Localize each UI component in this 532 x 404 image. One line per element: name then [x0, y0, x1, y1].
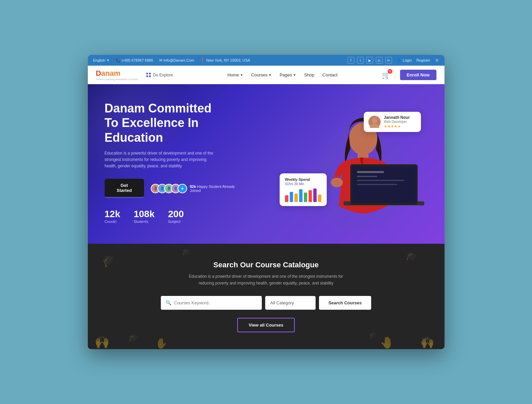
- weekly-spend-card: Weekly Spend 41hrs 36 Min: [280, 173, 327, 206]
- chart-bar: [309, 190, 312, 202]
- search-description: Education is a powerful driver of develo…: [182, 273, 350, 286]
- phone-icon: 📞: [116, 58, 120, 63]
- language-chevron-icon: ▼: [107, 59, 110, 62]
- home-chevron-icon: ▼: [240, 73, 243, 77]
- close-button[interactable]: ✕: [435, 58, 439, 63]
- weekly-time: 41hrs 36 Min: [285, 182, 321, 186]
- top-bar: English ▼ 📞 (+88) 678967 6886 ✉ Info@Dan…: [88, 55, 445, 66]
- nav-home[interactable]: Home ▼: [227, 72, 243, 77]
- user-icon: 👤: [397, 58, 401, 63]
- svg-point-13: [372, 117, 377, 124]
- chart-bar: [299, 189, 303, 202]
- search-icon: 🔍: [166, 300, 171, 305]
- linkedin-icon[interactable]: in: [385, 57, 392, 64]
- chart-bar: [290, 192, 293, 202]
- logo-d: D: [96, 69, 101, 77]
- search-input-wrap: 🔍: [161, 296, 262, 310]
- enroll-button[interactable]: Enroll Now: [400, 70, 436, 80]
- chart-bar: [304, 193, 307, 202]
- avatar-more: +: [178, 184, 187, 193]
- nav-contact[interactable]: Contact: [322, 72, 338, 77]
- browser-window: English ▼ 📞 (+88) 678967 6886 ✉ Info@Dan…: [88, 55, 445, 349]
- hero-title: Danam Committed To Excellence In Educati…: [105, 101, 246, 145]
- stat-countries: 12k Countri: [105, 209, 120, 224]
- do-explore-menu[interactable]: Do Explore: [146, 73, 173, 77]
- search-section: 🎓 🎓 🎓 🎓 🎓 🎓 🙌 ✋ 🤚 🙌 Search Our Course Ca…: [88, 244, 445, 349]
- search-bar: 🔍 All Category Development Design Busine…: [101, 296, 431, 310]
- logo-rest: anam: [101, 69, 120, 77]
- email-icon: ✉: [159, 58, 162, 63]
- nav-courses[interactable]: Courses ▼: [251, 72, 272, 77]
- hero-description: Education is a powerful driver of develo…: [105, 150, 219, 170]
- view-all-courses-button[interactable]: View all Courses: [237, 318, 295, 332]
- stat-students: 108k Students: [134, 209, 154, 224]
- nav-pages[interactable]: Pages ▼: [280, 72, 296, 77]
- social-icons: f t ▶ ◎ in: [348, 57, 392, 64]
- logo: Danam Online Learning Education Courses: [96, 69, 138, 81]
- view-all-wrap: View all Courses: [101, 318, 431, 332]
- facebook-icon[interactable]: f: [348, 57, 354, 64]
- stat-subjects: 200 Subject: [168, 209, 184, 224]
- do-explore-label: Do Explore: [153, 73, 173, 77]
- email-link[interactable]: ✉ Info@Danam.Com: [159, 58, 194, 63]
- svg-rect-9: [357, 176, 377, 177]
- student-joined-text: 82k Happy Student Already Joined: [190, 184, 246, 193]
- svg-rect-8: [357, 171, 384, 173]
- login-link[interactable]: 👤 Login: [397, 58, 412, 63]
- profile-avatar: [368, 116, 381, 128]
- search-input[interactable]: [171, 296, 257, 309]
- location-icon: 📍: [200, 58, 205, 63]
- chart-bar: [313, 189, 317, 202]
- svg-rect-10: [357, 180, 404, 181]
- search-courses-button[interactable]: Search Courses: [319, 296, 371, 310]
- courses-chevron-icon: ▼: [269, 73, 272, 77]
- hero-section: Danam Committed To Excellence In Educati…: [88, 84, 445, 244]
- twitter-icon[interactable]: t: [357, 57, 364, 64]
- chart-bar: [285, 195, 288, 202]
- category-select[interactable]: All Category Development Design Business…: [265, 296, 316, 310]
- cart-button[interactable]: 🛒 0: [382, 71, 390, 79]
- phone-link[interactable]: 📞 (+88) 678967 6886: [116, 58, 153, 63]
- category-wrap: All Category Development Design Business…: [265, 296, 316, 310]
- weekly-chart: [285, 189, 321, 202]
- main-nav: Home ▼ Courses ▼ Pages ▼ Shop Contact: [183, 72, 382, 77]
- nav-divider: [395, 71, 395, 79]
- register-link[interactable]: Register: [417, 58, 430, 62]
- weekly-title: Weekly Spend: [285, 177, 321, 181]
- svg-rect-11: [357, 184, 397, 185]
- pages-chevron-icon: ▼: [293, 73, 296, 77]
- student-avatars: 👤 👤 👤 👤 + 82k Happy Student Already Join…: [151, 184, 246, 193]
- youtube-icon[interactable]: ▶: [366, 57, 373, 64]
- get-started-button[interactable]: Get Started: [105, 179, 144, 198]
- avatars-stack: 👤 👤 👤 👤 +: [151, 184, 187, 193]
- profile-info: Jannath Nour Web Developer ★★★★★: [384, 115, 410, 129]
- hero-visual: Jannath Nour Web Developer ★★★★★ Weekly …: [273, 105, 428, 220]
- search-content: Search Our Course Catalogue Education is…: [101, 261, 431, 332]
- hero-actions: Get Started 👤 👤 👤 👤 + 82k Happy Student …: [105, 179, 246, 198]
- hero-stats: 12k Countri 108k Students 200 Subject: [105, 209, 246, 224]
- chart-bar: [294, 194, 298, 202]
- language-selector[interactable]: English ▼: [93, 58, 110, 62]
- instagram-icon[interactable]: ◎: [376, 57, 383, 64]
- profile-card: Jannath Nour Web Developer ★★★★★: [364, 112, 421, 132]
- chart-bar: [318, 195, 321, 202]
- nav-shop[interactable]: Shop: [304, 72, 314, 77]
- hero-content: Danam Committed To Excellence In Educati…: [105, 101, 246, 224]
- navbar: Danam Online Learning Education Courses …: [88, 66, 445, 84]
- location-link[interactable]: 📍 New York, NY 10003, USA: [200, 58, 250, 63]
- cart-badge: 0: [388, 69, 392, 74]
- search-title: Search Our Course Catalogue: [101, 261, 431, 269]
- logo-subtitle: Online Learning Education Courses: [96, 78, 138, 81]
- grid-icon: [146, 73, 151, 77]
- nav-right: 🛒 0 Enroll Now: [382, 70, 436, 80]
